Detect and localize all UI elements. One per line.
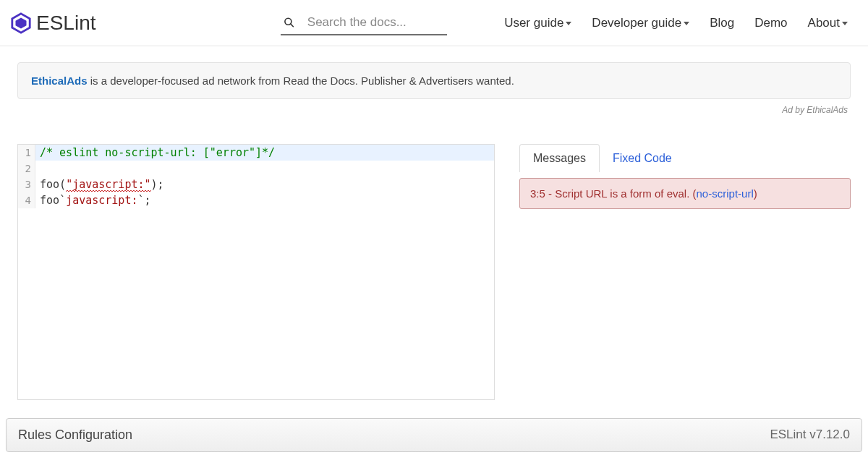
nav-about-label: About <box>808 16 840 30</box>
tab-fixed-code[interactable]: Fixed Code <box>599 144 686 172</box>
rules-config-bar[interactable]: Rules Configuration ESLint v7.12.0 <box>6 418 862 452</box>
lint-message[interactable]: 3:5 - Script URL is a form of eval. (no-… <box>519 178 851 209</box>
line-number: 3 <box>18 177 35 192</box>
code-line: 3 foo("javascript:"); <box>18 177 494 192</box>
code-comment: /* eslint no-script-url: ["error"]*/ <box>40 146 275 159</box>
tab-messages[interactable]: Messages <box>519 144 600 172</box>
header-nav: ESLint User guide Developer guide Blog D… <box>0 0 868 46</box>
code-line: 4 foo`javascript:`; <box>18 192 494 208</box>
code-text: foo` <box>40 194 66 207</box>
code-text: `; <box>137 194 150 207</box>
nav-user-guide[interactable]: User guide <box>504 16 571 30</box>
search-input[interactable] <box>307 15 444 30</box>
nav-links: User guide Developer guide Blog Demo Abo… <box>504 16 858 30</box>
message-rule-link[interactable]: no-script-url <box>697 187 754 200</box>
chevron-down-icon <box>566 22 571 25</box>
brand-name: ESLint <box>36 12 96 35</box>
code-text: foo( <box>40 178 66 191</box>
chevron-down-icon <box>684 22 689 25</box>
nav-demo[interactable]: Demo <box>754 16 787 30</box>
nav-demo-label: Demo <box>754 16 787 30</box>
result-tabs: Messages Fixed Code <box>519 144 851 172</box>
nav-blog[interactable]: Blog <box>710 16 734 30</box>
line-number: 1 <box>18 145 35 161</box>
line-number: 2 <box>18 161 35 177</box>
brand-link[interactable]: ESLint <box>10 12 96 35</box>
code-editor[interactable]: 1 /* eslint no-script-url: ["error"]*/ 2… <box>17 144 495 400</box>
nav-developer-guide-label: Developer guide <box>592 16 681 30</box>
tab-messages-label: Messages <box>533 152 586 164</box>
ad-text: is a developer-focused ad network from R… <box>88 75 514 87</box>
chevron-down-icon <box>842 22 848 25</box>
ad-banner[interactable]: EthicalAds is a developer-focused ad net… <box>17 62 851 99</box>
eslint-version: ESLint v7.12.0 <box>770 428 850 443</box>
message-text: - Script URL is a form of eval. <box>545 187 693 200</box>
svg-line-3 <box>290 23 293 26</box>
ad-link[interactable]: EthicalAds <box>31 75 88 87</box>
results-pane: Messages Fixed Code 3:5 - Script URL is … <box>519 144 851 400</box>
code-string-error: "javascript:" <box>66 178 150 192</box>
eslint-logo-icon <box>10 12 32 34</box>
nav-about[interactable]: About <box>808 16 848 30</box>
ad-container: EthicalAds is a developer-focused ad net… <box>0 46 868 118</box>
code-line: 2 <box>18 161 494 177</box>
nav-user-guide-label: User guide <box>504 16 563 30</box>
rules-config-title: Rules Configuration <box>18 428 132 443</box>
tab-fixed-code-label: Fixed Code <box>613 152 672 164</box>
svg-marker-1 <box>16 17 27 28</box>
main-content: 1 /* eslint no-script-url: ["error"]*/ 2… <box>0 118 868 400</box>
code-string: javascript: <box>66 194 137 207</box>
message-location: 3:5 <box>530 187 545 200</box>
code-text: ); <box>151 178 164 191</box>
code-line: 1 /* eslint no-script-url: ["error"]*/ <box>18 145 494 161</box>
nav-developer-guide[interactable]: Developer guide <box>592 16 689 30</box>
search-icon <box>284 16 294 29</box>
search-box[interactable] <box>281 11 447 35</box>
ad-attribution: Ad by EthicalAds <box>17 99 851 115</box>
message-rule-close: ) <box>754 187 757 200</box>
line-number: 4 <box>18 192 35 208</box>
nav-blog-label: Blog <box>710 16 734 30</box>
